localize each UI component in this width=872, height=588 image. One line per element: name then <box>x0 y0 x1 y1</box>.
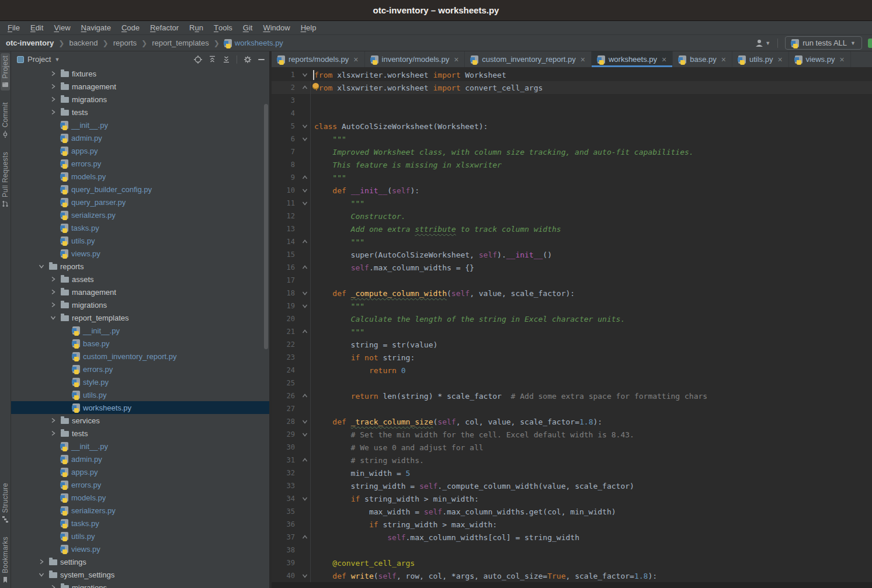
menu-item-navigate[interactable]: Navigate <box>76 21 116 34</box>
line-number[interactable]: 28 <box>272 417 295 426</box>
intention-bulb-icon[interactable] <box>312 83 319 89</box>
tree-item-models-py[interactable]: models.py <box>11 491 269 504</box>
line-number[interactable]: 5 <box>272 122 295 130</box>
fold-marker-icon[interactable] <box>295 329 314 335</box>
line-number[interactable]: 10 <box>272 186 295 194</box>
tree-item-errors-py[interactable]: errors.py <box>11 157 269 170</box>
line-number[interactable]: 17 <box>272 276 295 284</box>
fold-marker-icon[interactable] <box>295 534 314 540</box>
tree-item-worksheets-py[interactable]: worksheets.py <box>11 401 269 414</box>
tree-item-tests[interactable]: tests <box>11 427 269 440</box>
fold-marker-icon[interactable] <box>295 393 314 399</box>
chevron-right-icon[interactable] <box>48 71 58 76</box>
menu-item-file[interactable]: File <box>2 21 25 34</box>
tab-close-icon[interactable]: × <box>581 55 585 64</box>
tree-item-utils-py[interactable]: utils.py <box>11 530 269 542</box>
tree-item-custom-inventory-report-py[interactable]: custom_inventory_report.py <box>11 350 269 363</box>
tree-item-migrations[interactable]: migrations <box>11 93 269 106</box>
menu-item-view[interactable]: View <box>48 21 75 34</box>
line-number[interactable]: 16 <box>272 263 295 272</box>
menu-item-tools[interactable]: Tools <box>209 21 238 34</box>
title-bar[interactable]: otc-inventory – worksheets.py <box>0 0 872 21</box>
fold-marker-icon[interactable] <box>295 457 314 463</box>
tree-item-fixtures[interactable]: fixtures <box>11 67 269 80</box>
line-number[interactable]: 23 <box>272 353 295 361</box>
line-number[interactable]: 40 <box>272 572 295 580</box>
breadcrumb-item-reports[interactable]: reports <box>113 39 137 47</box>
chevron-right-icon[interactable] <box>48 109 58 115</box>
chevron-right-icon[interactable] <box>48 430 58 436</box>
menu-item-edit[interactable]: Edit <box>25 21 48 34</box>
line-number[interactable]: 24 <box>272 366 295 374</box>
tree-item-admin-py[interactable]: admin.py <box>11 131 269 144</box>
fold-marker-icon[interactable] <box>295 419 314 425</box>
project-view-selector[interactable]: Project ▼ <box>17 55 60 64</box>
line-number[interactable]: 14 <box>272 238 295 246</box>
fold-marker-icon[interactable] <box>295 432 314 437</box>
line-number[interactable]: 22 <box>272 340 295 349</box>
gear-icon[interactable] <box>244 55 252 64</box>
breadcrumb-item-otc-inventory[interactable]: otc-inventory <box>6 39 54 47</box>
tree-item-assets[interactable]: assets <box>11 273 269 286</box>
line-number[interactable]: 7 <box>272 148 295 156</box>
chevron-right-icon[interactable] <box>48 96 58 102</box>
fold-marker-icon[interactable] <box>295 573 314 579</box>
tree-item-init-py[interactable]: __init__.py <box>11 324 269 337</box>
tree-item-base-py[interactable]: base.py <box>11 337 269 350</box>
fold-marker-icon[interactable] <box>295 187 314 193</box>
chevron-right-icon[interactable] <box>48 584 58 588</box>
tree-item-admin-py[interactable]: admin.py <box>11 453 269 465</box>
line-number[interactable]: 18 <box>272 289 295 297</box>
tree-item-models-py[interactable]: models.py <box>11 170 269 183</box>
chevron-right-icon[interactable] <box>48 302 58 308</box>
tree-item-migrations[interactable]: migrations <box>11 581 269 588</box>
tree-item-errors-py[interactable]: errors.py <box>11 363 269 375</box>
editor-tab-reports-models-py[interactable]: reports/models.py× <box>272 51 365 67</box>
fold-marker-icon[interactable] <box>295 265 314 270</box>
user-account-button[interactable]: ▼ <box>755 39 770 47</box>
stripe-item-bookmarks[interactable]: Bookmarks <box>1 534 10 586</box>
line-number[interactable]: 2 <box>272 83 295 92</box>
line-number[interactable]: 15 <box>272 250 295 259</box>
chevron-down-icon[interactable] <box>37 263 46 269</box>
line-number[interactable]: 13 <box>272 225 295 233</box>
tree-item-views-py[interactable]: views.py <box>11 247 269 260</box>
tree-item-serializers-py[interactable]: serializers.py <box>11 504 269 517</box>
fold-marker-icon[interactable] <box>295 200 314 206</box>
line-number[interactable]: 32 <box>272 469 295 477</box>
tree-item-settings[interactable]: settings <box>11 555 269 568</box>
chevron-down-icon[interactable] <box>48 315 58 321</box>
line-number[interactable]: 27 <box>272 405 295 413</box>
tab-close-icon[interactable]: × <box>662 55 666 64</box>
code-editor[interactable]: 1from xlsxwriter.worksheet import Worksh… <box>272 67 872 588</box>
tree-item-views-py[interactable]: views.py <box>11 542 269 555</box>
tab-close-icon[interactable]: × <box>721 55 726 64</box>
line-number[interactable]: 9 <box>272 173 295 182</box>
tree-item-reports[interactable]: reports <box>11 260 269 273</box>
stripe-item-pull-requests[interactable]: Pull Requests <box>1 149 10 210</box>
tree-item-query-parser-py[interactable]: query_parser.py <box>11 196 269 208</box>
chevron-right-icon[interactable] <box>37 559 46 565</box>
tree-item-tasks-py[interactable]: tasks.py <box>11 221 269 234</box>
fold-marker-icon[interactable] <box>295 85 314 91</box>
line-number[interactable]: 34 <box>272 495 295 503</box>
stripe-item-structure[interactable]: Structure <box>1 481 10 525</box>
tree-item-management[interactable]: management <box>11 80 269 93</box>
tree-item-query-builder-config-py[interactable]: query_builder_config.py <box>11 183 269 196</box>
chevron-right-icon[interactable] <box>48 289 58 295</box>
hide-panel-icon[interactable] <box>258 59 265 60</box>
breadcrumb-item-report-templates[interactable]: report_templates <box>152 39 209 47</box>
menu-item-git[interactable]: Git <box>238 21 258 34</box>
stripe-item-commit[interactable]: Commit <box>1 100 10 140</box>
run-button[interactable] <box>868 39 872 48</box>
tree-item-style-py[interactable]: style.py <box>11 375 269 388</box>
project-tree-scrollbar[interactable] <box>264 104 268 349</box>
line-number[interactable]: 30 <box>272 443 295 451</box>
stripe-item-project[interactable]: Project <box>1 53 10 91</box>
menu-item-code[interactable]: Code <box>116 21 145 34</box>
fold-marker-icon[interactable] <box>295 72 314 78</box>
fold-marker-icon[interactable] <box>295 496 314 502</box>
line-number[interactable]: 1 <box>272 71 295 79</box>
editor-tab-utils-py[interactable]: utils.py× <box>732 51 789 67</box>
tree-item-migrations[interactable]: migrations <box>11 298 269 311</box>
